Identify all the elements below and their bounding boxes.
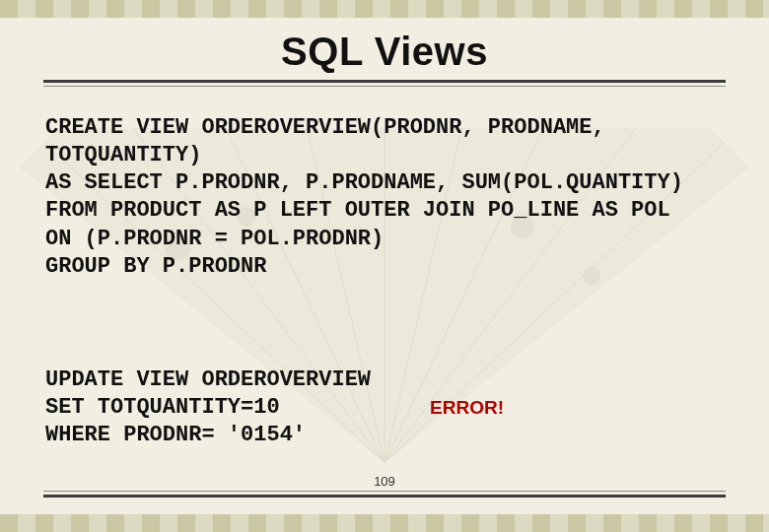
sql-create-view-code: CREATE VIEW ORDEROVERVIEW(PRODNR, PRODNA…	[45, 114, 724, 281]
sql-update-view-code: UPDATE VIEW ORDEROVERVIEW SET TOTQUANTIT…	[45, 366, 371, 449]
footer-rule-thin	[43, 491, 726, 492]
footer-rule-thick	[43, 495, 726, 498]
slide-title: SQL Views	[43, 30, 726, 74]
page-number: 109	[0, 474, 769, 489]
title-rule-thin	[43, 86, 726, 87]
decorative-top-border	[0, 0, 769, 18]
error-label: ERROR!	[430, 397, 504, 419]
decorative-bottom-border	[0, 514, 769, 532]
title-rule-thick	[43, 80, 726, 83]
